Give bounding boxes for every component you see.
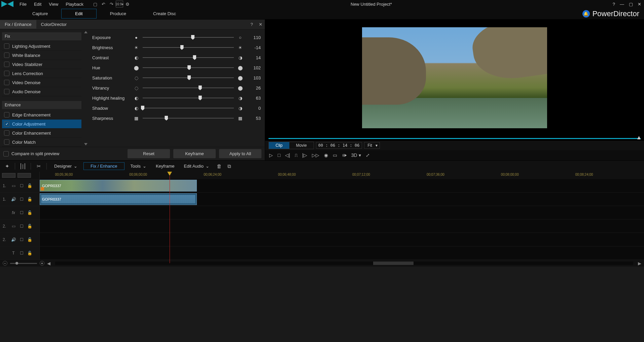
preview-canvas[interactable] [265,20,644,136]
close-icon[interactable]: ✕ [636,2,643,7]
slider-thumb[interactable] [141,106,144,110]
slider-track[interactable] [143,67,234,68]
zoom-slider[interactable] [10,263,37,264]
slider-track[interactable] [143,98,234,98]
slider-track[interactable] [143,118,234,118]
slider-thumb[interactable] [187,75,191,80]
track-header[interactable]: 1.🔊☐🔓 [0,193,40,206]
ruler-btn-marker[interactable] [17,173,31,178]
slider-track[interactable] [143,77,234,78]
track-header[interactable]: 2.▭☐🔓 [0,219,40,233]
keyframe-button[interactable]: Keyframe [173,149,216,158]
preview-seekbar[interactable] [269,136,641,141]
checkbox[interactable] [4,139,9,145]
track-visibility-icon[interactable]: ☐ [19,251,24,255]
slider-value[interactable]: 53 [247,116,261,121]
display-options-icon[interactable]: ▭ [333,152,337,158]
notifications-icon[interactable]: 🔔 [582,10,590,18]
ruler-btn-view[interactable] [2,173,15,178]
mode-produce[interactable]: Produce [97,9,140,18]
item-color-match[interactable]: Color Match [2,138,81,147]
aspect-icon[interactable]: 16:9▾ [116,1,123,7]
track-visibility-icon[interactable]: ☐ [19,224,24,229]
mode-create-disc[interactable]: Create Disc [140,9,189,18]
magic-tool-icon[interactable]: ✦ [3,163,11,169]
slider-thumb[interactable] [187,65,191,70]
slider-thumb[interactable] [165,116,168,121]
checkbox[interactable] [4,43,9,49]
slider-value[interactable]: 102 [247,65,261,70]
slider-thumb[interactable] [191,35,194,40]
timecode-display[interactable]: 00 : 06 : 14 : 06 [316,142,362,149]
slider-value[interactable]: 110 [247,35,261,40]
scroll-down-icon[interactable] [84,143,87,145]
compare-split-checkbox[interactable]: Compare in split preview [3,151,59,157]
playhead[interactable] [167,172,172,176]
zoom-out-icon[interactable]: − [3,261,7,266]
panel-close-icon[interactable]: ✕ [256,22,265,27]
track-lock-icon[interactable]: 🔓 [27,251,32,255]
track-header[interactable]: T☐🔓 [0,246,40,260]
stop-icon[interactable]: □ [278,152,280,158]
item-color-enhancement[interactable]: Color Enhancement [2,129,81,138]
track-lane[interactable]: GOPR0337 [40,193,644,206]
slider-thumb[interactable] [180,45,184,50]
menu-edit[interactable]: Edit [31,1,45,8]
next-frame-icon[interactable]: |▷ [302,152,307,158]
track-lane[interactable] [40,246,644,260]
slider-track[interactable] [143,57,234,58]
keyframe-tool-button[interactable]: Keyframe [152,162,178,170]
fast-forward-icon[interactable]: ▷▷ [312,152,319,158]
track-lane[interactable] [40,206,644,219]
track-header[interactable]: fx☐🔓 [0,206,40,219]
timeline-clip[interactable]: GOPR0337 [40,193,197,205]
track-lock-icon[interactable]: 🔓 [27,224,32,229]
checkbox[interactable] [3,151,9,157]
reset-button[interactable]: Reset [128,149,170,158]
tools-dropdown[interactable]: Tools⌄ [127,162,150,170]
play-icon[interactable]: ▷ [269,152,273,158]
item-edge-enhancement[interactable]: Edge Enhancement [2,110,81,119]
item-lens-correction[interactable]: Lens Correction [2,69,81,78]
seg-clip[interactable]: Clip [269,142,289,149]
track-header[interactable]: 1.▭☐🔓 [0,179,40,192]
mode-capture[interactable]: Capture [19,9,61,18]
track-lock-icon[interactable]: 🔓 [27,210,32,215]
track-header[interactable]: 2.🔊☐🔓 [0,233,40,246]
checkbox[interactable] [4,62,9,67]
slider-thumb[interactable] [193,55,196,60]
slider-value[interactable]: -14 [247,45,261,50]
menu-playback[interactable]: Playback [62,1,87,8]
slider-thumb[interactable] [199,86,202,90]
track-visibility-icon[interactable]: ☐ [19,210,24,215]
track-visibility-icon[interactable]: ☐ [19,183,24,188]
panel-help-icon[interactable]: ? [247,22,256,27]
3d-button[interactable]: 3D ▾ [351,152,361,158]
sidebar-scroll[interactable] [83,30,88,147]
track-lock-icon[interactable]: 🔓 [27,197,32,202]
ruler-marks[interactable]: 00;05;36;0000;06;00;0000;06;24;0000;06;4… [40,172,644,179]
checkbox[interactable] [4,53,9,58]
settings-icon[interactable]: ⚙ [124,1,131,7]
mode-edit[interactable]: Edit [61,9,96,19]
scroll-left-icon[interactable]: ◀ [47,261,50,266]
item-color-adjustment[interactable]: Color Adjustment [2,119,81,129]
track-lane[interactable] [40,233,644,246]
checkbox[interactable] [4,71,9,76]
track-lock-icon[interactable]: 🔓 [27,183,32,188]
seek-marker[interactable] [637,136,641,139]
item-video-stabilizer[interactable]: Video Stabilizer [2,60,81,69]
checkbox[interactable] [4,89,9,94]
step-icon[interactable]: ⎍ [295,152,297,158]
tab-fix-enhance[interactable]: Fix / Enhance [0,20,36,29]
minimize-icon[interactable]: — [618,2,625,7]
volume-icon[interactable]: 🕪 [342,152,347,158]
save-icon[interactable]: ▢ [92,1,99,7]
item-lighting-adjustment[interactable]: Lighting Adjustment [2,42,81,51]
slider-value[interactable]: 103 [247,75,261,80]
undock-icon[interactable]: ⤢ [366,152,370,158]
track-lock-icon[interactable]: 🔓 [27,237,32,242]
track-visibility-icon[interactable]: ☐ [19,237,24,242]
prev-frame-icon[interactable]: ◁| [285,152,290,158]
track-lane[interactable] [40,219,644,233]
